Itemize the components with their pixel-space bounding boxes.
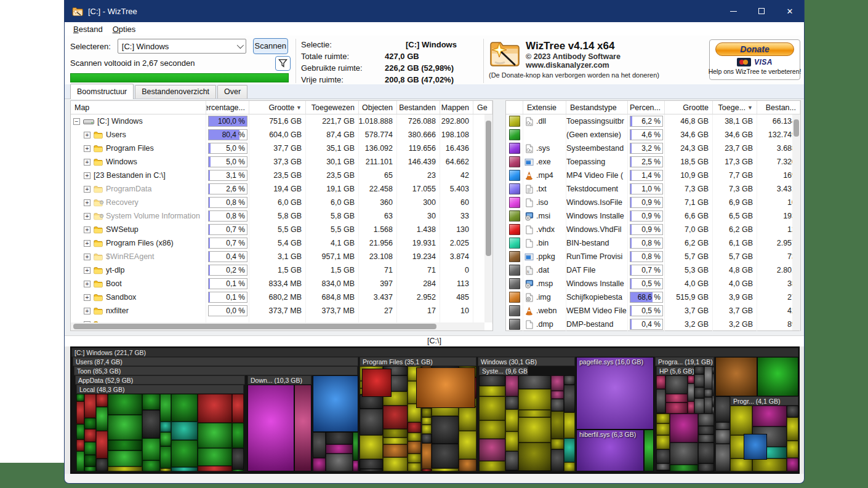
- treemap-label-root[interactable]: [C:] Windows (221,7 GB): [71, 348, 798, 357]
- tree-table-row[interactable]: +yt-dlp0,2 %1,5 GB1,5 GB71710: [71, 263, 492, 277]
- tree-table-row[interactable]: +⚙Recovery0,8 %6,0 GB6,0 GB36030060: [71, 196, 492, 209]
- collapse-toggle-icon[interactable]: −: [73, 118, 80, 125]
- tree-vertical-scrollbar[interactable]: [484, 114, 492, 322]
- treemap-label-downloads[interactable]: Down... (10,3 GB): [247, 375, 311, 385]
- treemap-tile-green-large[interactable]: [757, 357, 798, 396]
- ext-table-row[interactable]: .vhdxWindows.VhdFil0,9 %7,0 GB6,2 GB12: [506, 223, 800, 236]
- expand-toggle-icon[interactable]: +: [84, 281, 90, 287]
- ext-table-row[interactable]: .mp4MP4 Video File (1,4 %10,9 GB7,7 GB16…: [506, 169, 800, 182]
- tree-table-row[interactable]: +[23 Bestanden in C:\]3,1 %23,5 GB23,5 G…: [71, 169, 492, 182]
- treemap[interactable]: [C:] Windows (221,7 GB) Users (87,4 GB) …: [70, 346, 800, 474]
- minimize-button[interactable]: [719, 0, 747, 22]
- ext-table-row[interactable]: N_.datDAT File0,7 %5,3 GB4,8 GB2.801: [506, 263, 800, 277]
- tree-horizontal-scrollbar[interactable]: [71, 322, 484, 330]
- treemap-tile-hiberfil[interactable]: hiberfil.sys (6,3 GB): [576, 430, 644, 471]
- tree-table-row[interactable]: +Program Files5,0 %37,7 GB35,1 GB136.092…: [71, 142, 492, 155]
- ext-table-row[interactable]: .imgSchijfkopiebesta68,6 %515,9 GB3,9 GB…: [506, 290, 800, 304]
- ext-table-row[interactable]: .ppkgRunTime Provisi0,8 %5,7 GB5,7 GB73: [506, 250, 800, 263]
- expand-toggle-icon[interactable]: +: [84, 145, 90, 152]
- treemap-tile-pagefile[interactable]: pagefile.sys (16,0 GB): [576, 357, 654, 430]
- maximize-button[interactable]: [747, 0, 776, 22]
- treemap-tile-red[interactable]: [362, 369, 392, 397]
- tree-table-row[interactable]: +$WinREAgent0,4 %3,1 GB957,1 MB23.10819.…: [71, 250, 492, 263]
- treemap-region-users-misc[interactable]: [313, 432, 358, 471]
- column-header-grootte-ext[interactable]: Grootte: [665, 101, 713, 114]
- ext-table-row[interactable]: (Geen extensie)4,6 %34,6 GB34,6 GB132.74…: [506, 128, 800, 142]
- drive-select[interactable]: [C:] Windows: [118, 39, 246, 54]
- app-website-link[interactable]: www.diskanalyzer.com: [526, 61, 621, 70]
- expand-toggle-icon[interactable]: +: [84, 308, 90, 314]
- column-header-percentage[interactable]: Percentage...: [206, 101, 249, 114]
- column-header-map[interactable]: Map: [71, 101, 206, 114]
- column-header-toege[interactable]: Toege...▼: [713, 101, 757, 114]
- treemap-label-system[interactable]: Syste... (9,6 GB): [479, 366, 528, 375]
- treemap-region-programdata-lower[interactable]: [656, 414, 714, 471]
- treemap-label-toon[interactable]: Toon (85,3 GB): [74, 366, 358, 375]
- scrollbar-thumb[interactable]: [486, 121, 491, 256]
- scrollbar-thumb[interactable]: [73, 324, 436, 329]
- treemap-tile-green-sliver[interactable]: [644, 430, 654, 471]
- tree-table-row[interactable]: +Windows5,0 %37,3 GB30,1 GB211.101146.43…: [71, 155, 492, 169]
- expand-toggle-icon[interactable]: +: [84, 267, 90, 274]
- treemap-tile-blue[interactable]: [313, 375, 358, 432]
- expand-toggle-icon[interactable]: +: [84, 199, 90, 206]
- expand-toggle-icon[interactable]: +: [84, 240, 90, 247]
- tree-table-row[interactable]: +ProgramData2,6 %19,4 GB19,1 GB22.45817.…: [71, 182, 492, 196]
- tree-table-row[interactable]: +Program Files (x86)0,7 %5,4 GB4,1 GB21.…: [71, 236, 492, 250]
- expand-toggle-icon[interactable]: +: [84, 132, 90, 138]
- tab-over[interactable]: Over: [217, 85, 247, 98]
- column-header-objecten[interactable]: Objecten: [359, 101, 397, 114]
- treemap-tile-magenta[interactable]: [247, 385, 294, 471]
- filter-button[interactable]: [275, 56, 291, 71]
- treemap-label-programdata[interactable]: Progra... (19,1 GB): [655, 357, 714, 366]
- menu-opties[interactable]: Opties: [108, 23, 141, 35]
- tab-bestandenoverzicht[interactable]: Bestandenoverzicht: [135, 85, 216, 98]
- ext-table-row[interactable]: .dmpDMP-bestand0,4 %3,2 GB3,2 GB89: [506, 318, 800, 331]
- ext-table-row[interactable]: .webnWEBM Video File0,5 %3,7 GB3,7 GB42: [506, 304, 800, 318]
- column-header-bestan[interactable]: Bestan...: [757, 101, 800, 114]
- ext-table-row[interactable]: .msiWindows Installe0,9 %6,6 GB6,5 GB193: [506, 209, 800, 223]
- treemap-region-programdata-grey[interactable]: [694, 366, 714, 414]
- treemap-label-local[interactable]: Local (48,3 GB): [76, 385, 244, 394]
- treemap-tile-orange[interactable]: [416, 367, 475, 408]
- expand-toggle-icon[interactable]: +: [84, 254, 90, 260]
- treemap-region-local[interactable]: [76, 394, 244, 471]
- expand-toggle-icon[interactable]: +: [84, 186, 90, 193]
- ext-vertical-scrollbar[interactable]: [792, 114, 800, 330]
- tree-table-row[interactable]: +⚙System Volume Information0,8 %5,8 GB5,…: [71, 209, 492, 223]
- close-button[interactable]: ✕: [776, 0, 804, 22]
- tree-table-row[interactable]: +SWSetup0,7 %5,5 GB5,5 GB1.5681.438130: [71, 223, 492, 236]
- expand-toggle-icon[interactable]: +: [84, 213, 90, 220]
- expand-toggle-icon[interactable]: +: [84, 159, 90, 166]
- column-header-ge[interactable]: Ge: [473, 101, 492, 114]
- ext-table-row[interactable]: .isoWindows.IsoFile0,9 %7,1 GB6,9 GB10: [506, 196, 800, 209]
- ext-table-row[interactable]: .txtTekstdocument1,0 %7,3 GB7,3 GB3.431: [506, 182, 800, 196]
- column-header-mappen[interactable]: Mappen: [440, 101, 473, 114]
- ext-table-row[interactable]: .sysSysteembestand3,2 %24,3 GB23,7 GB3.6…: [506, 142, 800, 155]
- ext-table-row[interactable]: .binBIN-bestand0,8 %6,2 GB6,1 GB2.957: [506, 236, 800, 250]
- treemap-region-right-grey[interactable]: [715, 396, 730, 471]
- column-header-percen[interactable]: Percen...: [628, 101, 665, 114]
- column-header-bestandstype[interactable]: Bestandstype: [566, 101, 628, 114]
- treemap-label-users[interactable]: Users (87,4 GB): [73, 357, 358, 366]
- treemap-region-windows[interactable]: [479, 375, 575, 471]
- treemap-region-hp[interactable]: [656, 375, 694, 414]
- treemap-label-program-files[interactable]: Program Files (35,1 GB): [360, 357, 476, 366]
- menu-bestand[interactable]: Bestand: [68, 23, 108, 35]
- ext-table-row[interactable]: .exeToepassing2,5 %18,5 GB17,3 GB7.320: [506, 155, 800, 169]
- tree-table-row[interactable]: +nxfilter0,0 %373,7 MB373,7 MB271710: [71, 304, 492, 318]
- treemap-tile-pink[interactable]: [294, 385, 311, 471]
- treemap-label-windows[interactable]: Windows (30,1 GB): [478, 357, 575, 366]
- expand-toggle-icon[interactable]: +: [84, 294, 90, 301]
- treemap-label-progr[interactable]: Progr... (4,1 GB): [730, 396, 798, 406]
- column-header-bestanden[interactable]: Bestanden: [397, 101, 440, 114]
- column-header-extensie[interactable]: Extensie: [523, 101, 566, 114]
- tree-table-row[interactable]: +Users80,4 %604,0 GB87,4 GB578.774380.66…: [71, 128, 492, 142]
- tree-table-row[interactable]: −[C:] Windows100,0 %751,6 GB221,7 GB1.01…: [71, 114, 492, 128]
- expand-toggle-icon[interactable]: +: [84, 172, 90, 179]
- expand-toggle-icon[interactable]: +: [84, 226, 90, 233]
- column-header-grootte[interactable]: Grootte▼: [249, 101, 306, 114]
- column-header-toegewezen[interactable]: Toegewezen: [306, 101, 359, 114]
- ext-table-row[interactable]: .mspWindows Installe0,5 %4,0 GB4,0 GB38: [506, 277, 800, 290]
- treemap-label-appdata[interactable]: AppData (52,9 GB): [75, 375, 245, 385]
